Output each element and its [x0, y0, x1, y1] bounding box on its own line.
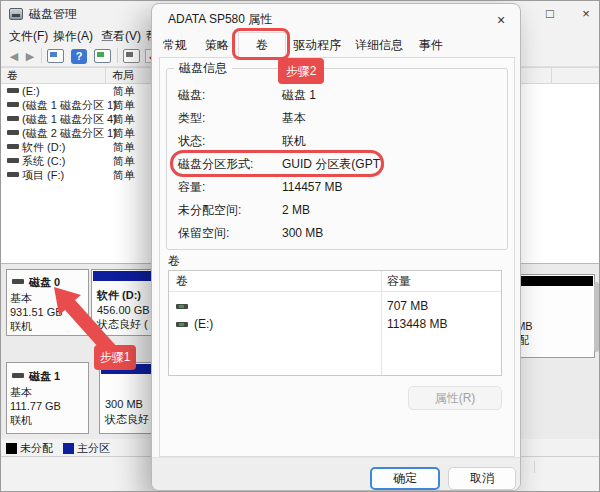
legend-primary-swatch — [63, 443, 74, 454]
toolbar-separator — [41, 48, 42, 63]
disk1-status: 联机 — [10, 413, 32, 427]
disk-icon — [12, 279, 24, 284]
tab-policies[interactable]: 策略 — [196, 34, 238, 57]
menu-action[interactable]: 操作(A) — [49, 27, 97, 46]
bg-window-title: 磁盘管理 — [29, 7, 77, 22]
close-button-bg-window[interactable]: × — [573, 3, 599, 25]
disk0-type: 基本 — [10, 291, 32, 305]
maximize-button[interactable]: □ — [537, 3, 563, 25]
column-header[interactable] — [552, 68, 600, 84]
field-label-partition-style: 磁盘分区形式: — [178, 157, 253, 172]
dialog-volume-list: 卷 容量 707 MB (E:) 113448 MB — [168, 270, 502, 376]
field-label: 未分配空间: — [178, 203, 241, 218]
properties-dialog: ADATA SP580 属性 × 常规 策略 卷 驱动程序 详细信息 事件 步骤… — [151, 3, 521, 491]
disk1-size: 111.77 GB — [10, 399, 61, 413]
field-label: 磁盘: — [178, 88, 205, 103]
field-value: 2 MB — [282, 203, 310, 218]
legend-primary-label: 主分区 — [77, 441, 110, 455]
field-label: 状态: — [178, 134, 205, 149]
ok-button[interactable]: 确定 — [370, 467, 440, 490]
cancel-button[interactable]: 取消 — [448, 467, 516, 490]
disk1-label-box[interactable]: 磁盘 1 基本 111.77 GB 联机 — [6, 362, 89, 434]
toolbar-separator — [117, 48, 118, 63]
disk1-type: 基本 — [10, 385, 32, 399]
field-value: 114457 MB — [282, 180, 343, 195]
disk-info-group-label: 磁盘信息 — [174, 61, 232, 76]
console-tree-icon[interactable] — [94, 49, 111, 63]
screen: 磁盘管理 □ × 文件(F) 操作(A) 查看(V) 帮助(H) ◀ ▶ ? ✓… — [0, 0, 600, 492]
tab-volumes[interactable]: 卷 — [238, 32, 286, 58]
disk0-label-box[interactable]: 磁盘 0 基本 931.51 GB 联机 — [6, 269, 89, 336]
field-value: 磁盘 1 — [282, 88, 316, 103]
dialog-volume-row[interactable]: 707 MB — [169, 298, 502, 316]
properties-button: 属性(R) — [408, 386, 502, 410]
field-label: 容量: — [178, 180, 205, 195]
tab-general[interactable]: 常规 — [154, 34, 196, 57]
dialog-col-volume[interactable]: 卷 — [176, 274, 188, 289]
forward-icon[interactable]: ▶ — [21, 47, 39, 65]
primary-partition-bar — [93, 271, 159, 281]
volume-icon — [176, 322, 188, 327]
column-header[interactable] — [519, 68, 552, 84]
dialog-volume-row[interactable]: (E:) 113448 MB — [169, 316, 502, 334]
dialog-list-header: 卷 容量 — [169, 271, 501, 292]
tab-events[interactable]: 事件 — [410, 34, 452, 57]
step1-badge: 步骤1 — [94, 345, 136, 370]
disk0-name: 磁盘 0 — [29, 275, 60, 289]
field-label: 类型: — [178, 111, 205, 126]
console-icon[interactable] — [47, 49, 64, 63]
legend-unallocated-swatch — [6, 443, 17, 454]
tab-driver[interactable]: 驱动程序 — [286, 34, 348, 57]
disk1-name: 磁盘 1 — [29, 369, 60, 383]
tab-details[interactable]: 详细信息 — [348, 34, 410, 57]
volumes-section-label: 卷 — [168, 254, 180, 269]
dialog-title: ADATA SP580 属性 — [168, 12, 272, 27]
column-header-volume[interactable]: 卷 — [1, 68, 106, 84]
clipped-unallocated-block[interactable]: 2 MB 未分配 — [509, 274, 595, 358]
field-value: 联机 — [282, 134, 306, 149]
close-icon[interactable]: × — [490, 10, 512, 30]
disk-icon — [12, 373, 24, 378]
disk0-size: 931.51 GB — [10, 305, 63, 319]
scrollbar[interactable] — [594, 282, 599, 352]
legend-unallocated-label: 未分配 — [20, 441, 53, 455]
field-value-partition-style: GUID 分区表(GPT) — [282, 157, 384, 172]
disk0-status: 联机 — [10, 319, 32, 333]
help-icon[interactable]: ? — [71, 49, 87, 64]
field-value: 300 MB — [282, 226, 323, 241]
field-value: 基本 — [282, 111, 306, 126]
unallocated-bar — [511, 276, 593, 286]
disk-management-app-icon — [9, 8, 23, 20]
dialog-col-capacity[interactable]: 容量 — [387, 274, 411, 289]
menu-file[interactable]: 文件(F) — [5, 27, 52, 46]
volume-icon — [176, 304, 188, 309]
field-label: 保留空间: — [178, 226, 229, 241]
step2-badge: 步骤2 — [278, 58, 324, 84]
menu-view[interactable]: 查看(V) — [97, 27, 145, 46]
popup-view-icon[interactable] — [123, 49, 140, 63]
